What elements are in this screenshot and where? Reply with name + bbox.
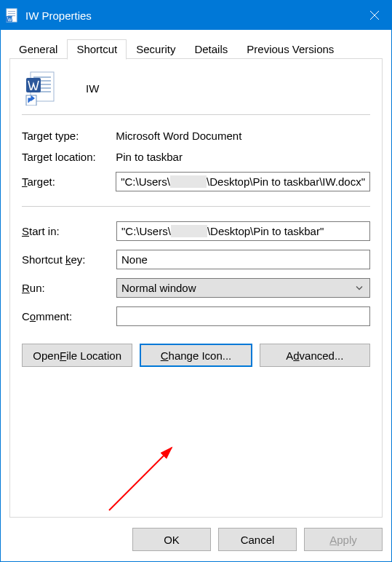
shortcut-name: IW <box>86 82 99 95</box>
tab-strip: General Shortcut Security Details Previo… <box>9 39 383 59</box>
tab-shortcut[interactable]: Shortcut <box>67 39 127 60</box>
cancel-button[interactable]: Cancel <box>218 528 297 551</box>
properties-dialog: IW Properties General Shortcut Security … <box>0 0 392 562</box>
run-label: Run: <box>22 274 116 302</box>
target-input[interactable]: "C:\Users\XXXXX\Desktop\Pin to taskbar\I… <box>116 172 370 191</box>
start-in-label: Start in: <box>22 217 116 245</box>
advanced-button[interactable]: Advanced... <box>260 344 370 367</box>
target-label: Target: <box>22 167 116 196</box>
comment-input[interactable] <box>116 306 370 326</box>
chevron-down-icon <box>355 282 364 294</box>
window-title: IW Properties <box>25 9 92 22</box>
close-button[interactable] <box>358 1 391 30</box>
tab-content-shortcut: IW Target type: Microsoft Word Document … <box>9 59 383 518</box>
target-type-value: Microsoft Word Document <box>116 125 370 146</box>
divider <box>22 114 370 115</box>
properties-icon <box>5 8 20 23</box>
svg-rect-8 <box>33 76 51 78</box>
start-in-input[interactable]: "C:\Users\XXXXX\Desktop\Pin to taskbar" <box>116 221 370 241</box>
svg-rect-2 <box>8 13 15 14</box>
titlebar: IW Properties <box>1 1 391 30</box>
shortcut-file-icon <box>23 71 58 106</box>
shortcut-key-label: Shortcut key: <box>22 245 116 274</box>
tab-security[interactable]: Security <box>127 39 185 60</box>
ok-button[interactable]: OK <box>132 528 211 551</box>
change-icon-button[interactable]: Change Icon... <box>140 344 252 367</box>
run-select[interactable]: Normal window <box>116 278 370 298</box>
target-location-label: Target location: <box>22 146 116 167</box>
shortcut-key-input[interactable] <box>116 250 370 269</box>
target-type-label: Target type: <box>22 125 116 146</box>
tab-previous-versions[interactable]: Previous Versions <box>237 39 343 60</box>
divider <box>22 206 370 207</box>
apply-button[interactable]: Apply <box>304 528 383 551</box>
svg-rect-1 <box>8 11 15 12</box>
target-location-value: Pin to taskbar <box>116 146 370 167</box>
open-file-location-button[interactable]: Open File Location <box>22 344 132 367</box>
comment-label: Comment: <box>22 302 116 331</box>
svg-line-15 <box>109 448 172 510</box>
tab-general[interactable]: General <box>9 39 67 60</box>
tab-details[interactable]: Details <box>185 39 237 60</box>
dialog-footer: OK Cancel Apply <box>1 518 391 561</box>
